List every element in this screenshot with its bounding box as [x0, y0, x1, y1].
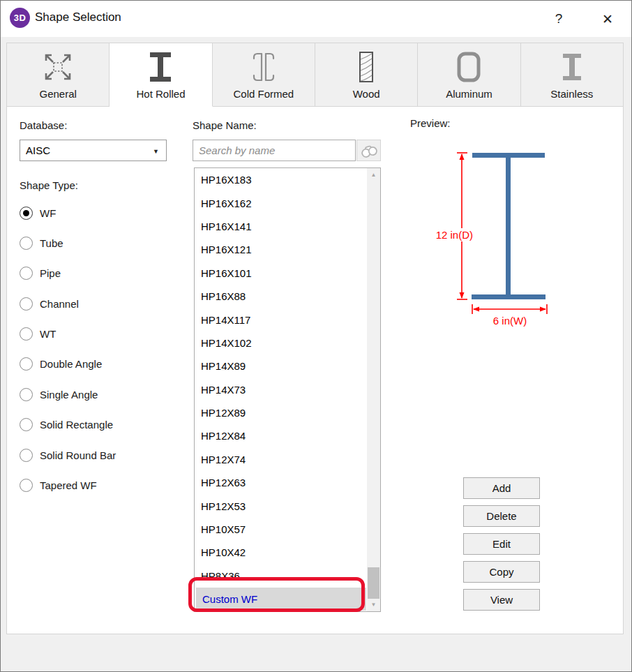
radio-solid-round-bar-label: Solid Round Bar — [40, 449, 116, 461]
action-button-column: Add Delete Edit Copy View — [463, 477, 540, 611]
tab-wood[interactable]: Wood — [315, 43, 418, 107]
radio-solid-rectangle-label: Solid Rectangle — [40, 419, 113, 431]
edit-button[interactable]: Edit — [463, 533, 540, 555]
radio-circle — [20, 418, 33, 431]
binoculars-icon — [360, 143, 378, 158]
radio-circle — [20, 327, 33, 341]
list-item[interactable]: HP16X141 — [195, 215, 368, 238]
radio-pipe-label: Pipe — [40, 267, 61, 279]
list-item[interactable]: HP12X89 — [195, 401, 368, 424]
shape-list: HP16X183 HP16X162 HP16X141 HP16X121 HP16… — [194, 167, 381, 612]
radio-solid-round-bar[interactable]: Solid Round Bar — [20, 448, 116, 462]
depth-dimension-lines — [457, 153, 467, 299]
list-item[interactable]: HP8X36 — [195, 565, 368, 588]
radio-circle — [20, 267, 33, 280]
radio-circle — [20, 237, 33, 250]
add-button[interactable]: Add — [463, 477, 540, 499]
radio-wf[interactable]: WF — [20, 206, 116, 220]
tab-aluminum[interactable]: Aluminum — [418, 43, 520, 107]
radio-single-angle[interactable]: Single Angle — [20, 387, 116, 401]
radio-pipe[interactable]: Pipe — [20, 267, 116, 281]
help-button[interactable]: ? — [546, 6, 571, 31]
chevron-down-icon: ▼ — [153, 148, 159, 155]
list-item[interactable]: HP14X89 — [195, 354, 368, 378]
radio-circle — [20, 388, 33, 401]
wood-section-icon — [352, 47, 380, 87]
shape-list-rows: HP16X183 HP16X162 HP16X141 HP16X121 HP16… — [195, 168, 368, 611]
delete-button[interactable]: Delete — [463, 505, 540, 527]
copy-button[interactable]: Copy — [463, 561, 540, 583]
window-title: Shape Selection — [35, 10, 121, 24]
list-item[interactable]: HP16X162 — [195, 191, 368, 214]
shape-type-label: Shape Type: — [20, 179, 78, 191]
radio-double-angle[interactable]: Double Angle — [20, 357, 116, 371]
list-scrollbar[interactable]: ▲ ▼ — [367, 168, 380, 611]
radio-tapered-wf[interactable]: Tapered WF — [20, 479, 116, 493]
depth-dimension-label: 12 in(D) — [436, 229, 473, 241]
ibeam-shape — [472, 153, 546, 299]
tab-general[interactable]: General — [6, 43, 110, 107]
list-item[interactable]: HP12X63 — [195, 471, 368, 494]
app-logo-text: 3D — [14, 13, 27, 23]
list-item[interactable]: HP16X101 — [195, 262, 368, 285]
app-logo-3d-icon: 3D — [10, 8, 30, 28]
database-dropdown-value: AISC — [26, 144, 50, 156]
search-input[interactable] — [193, 140, 356, 161]
radio-double-angle-label: Double Angle — [40, 358, 102, 370]
aluminum-section-icon — [454, 47, 483, 87]
radio-circle — [20, 207, 33, 220]
tab-wood-label: Wood — [353, 88, 380, 100]
tab-cold-formed-label: Cold Formed — [233, 88, 294, 100]
close-icon[interactable]: ✕ — [592, 6, 623, 31]
list-item-selected[interactable]: Custom WF — [196, 588, 366, 611]
list-item[interactable]: HP12X84 — [195, 424, 368, 447]
footer-bar: Save Database as default OK Cancel — [1, 634, 632, 672]
radio-channel[interactable]: Channel — [20, 297, 116, 311]
scrollbar-thumb[interactable] — [368, 567, 379, 599]
tab-bar: General Hot Rolled — [6, 43, 624, 107]
radio-channel-label: Channel — [40, 298, 79, 310]
search-button[interactable] — [356, 140, 381, 161]
scroll-up-icon[interactable]: ▲ — [367, 168, 380, 181]
radio-tube-label: Tube — [40, 237, 63, 249]
tab-hot-rolled[interactable]: Hot Rolled — [110, 43, 212, 107]
list-item[interactable]: HP16X183 — [195, 168, 368, 191]
tab-cold-formed[interactable]: Cold Formed — [213, 43, 315, 107]
scroll-down-icon[interactable]: ▼ — [367, 598, 380, 611]
list-item[interactable]: HP16X121 — [195, 238, 368, 261]
radio-wt-label: WT — [40, 328, 56, 340]
preview-label: Preview: — [410, 117, 451, 129]
hot-rolled-ibeam-icon — [146, 47, 174, 87]
tab-stainless[interactable]: Stainless — [521, 43, 624, 107]
tab-general-label: General — [39, 88, 76, 100]
database-dropdown[interactable]: AISC ▼ — [20, 140, 167, 161]
shape-selection-dialog: 3D Shape Selection ? ✕ General — [0, 0, 632, 672]
list-item[interactable]: HP10X57 — [195, 518, 368, 541]
shape-type-radio-group: WF Tube Pipe Channel WT Double Angle Sin… — [20, 206, 116, 493]
width-dimension-label: 6 in(W) — [493, 315, 527, 327]
list-item[interactable]: HP10X42 — [195, 541, 368, 564]
radio-wf-label: WF — [40, 207, 56, 219]
radio-circle — [20, 357, 33, 371]
radio-solid-rectangle[interactable]: Solid Rectangle — [20, 418, 116, 432]
radio-circle — [20, 449, 33, 462]
view-button[interactable]: View — [463, 589, 540, 611]
list-item[interactable]: HP16X88 — [195, 285, 368, 308]
radio-tube[interactable]: Tube — [20, 236, 116, 250]
titlebar: 3D Shape Selection ? ✕ — [1, 1, 631, 37]
list-item[interactable]: HP12X53 — [195, 494, 368, 517]
shape-name-label: Shape Name: — [193, 119, 257, 131]
width-dimension-lines — [472, 304, 547, 314]
list-item[interactable]: HP12X74 — [195, 448, 368, 471]
shape-preview-drawing: 12 in(D) 6 in(W) — [405, 137, 573, 339]
radio-single-angle-label: Single Angle — [40, 389, 98, 401]
stainless-ibeam-icon — [558, 47, 586, 87]
radio-circle — [20, 297, 33, 311]
tab-aluminum-label: Aluminum — [446, 88, 492, 100]
general-expand-icon — [42, 47, 74, 87]
radio-tapered-wf-label: Tapered WF — [40, 479, 97, 491]
list-item[interactable]: HP14X102 — [195, 331, 368, 354]
list-item[interactable]: HP14X73 — [195, 378, 368, 401]
radio-wt[interactable]: WT — [20, 327, 116, 341]
list-item[interactable]: HP14X117 — [195, 308, 368, 331]
